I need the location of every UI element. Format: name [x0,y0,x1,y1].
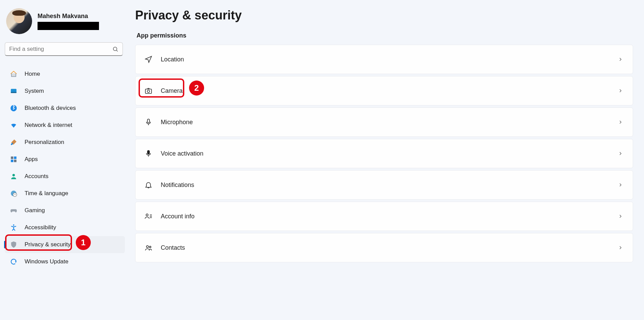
camera-icon [144,87,153,95]
sidebar-item-time-language[interactable]: Time & language [5,185,125,202]
svg-point-12 [13,224,14,226]
svg-point-22 [149,246,151,248]
chevron-right-icon [618,245,623,250]
sidebar-item-label: Windows Update [25,258,69,265]
sidebar-item-gaming[interactable]: Gaming [5,202,125,219]
avatar [6,8,32,34]
account-info-icon [144,212,153,220]
card-label: Account info [161,213,195,220]
search-input[interactable] [9,46,112,53]
apps-icon [10,155,18,163]
sidebar-item-label: Home [25,71,40,77]
svg-rect-13 [145,89,152,93]
card-label: Camera [161,87,183,94]
sidebar-item-label: Gaming [25,207,45,214]
card-camera[interactable]: Camera [135,76,633,105]
svg-line-1 [116,50,117,51]
location-icon [144,55,153,63]
sidebar-item-label: Bluetooth & devices [25,105,76,112]
svg-point-21 [146,246,148,248]
card-voice-activation[interactable]: Voice activation [135,139,633,168]
card-account-info[interactable]: Account info [135,202,633,231]
user-name: Mahesh Makvana [38,13,99,20]
card-location[interactable]: Location [135,45,633,74]
microphone-icon [144,118,153,126]
card-microphone[interactable]: Microphone [135,107,633,137]
svg-rect-7 [11,160,13,162]
svg-rect-15 [147,119,149,123]
search-input-wrap[interactable] [5,42,123,56]
card-label: Voice activation [161,150,203,157]
sidebar-item-personalization[interactable]: Personalization [5,134,125,151]
section-label: App permissions [137,32,633,39]
sidebar-item-label: Privacy & security [25,241,71,248]
card-contacts[interactable]: Contacts [135,233,633,262]
sidebar-item-bluetooth[interactable]: Bluetooth & devices [5,100,125,117]
svg-rect-8 [14,160,16,162]
wifi-icon [10,121,18,129]
sidebar-nav: Home System Bluetooth & devices Network … [4,66,126,270]
clock-globe-icon [10,189,18,198]
sidebar-item-label: Apps [25,156,38,163]
sidebar-item-privacy-security[interactable]: Privacy & security [5,236,125,253]
sidebar-item-label: Network & internet [25,122,72,129]
home-icon [10,70,18,78]
sidebar-item-system[interactable]: System [5,83,125,100]
svg-point-17 [146,214,148,216]
sidebar-item-label: System [25,88,44,94]
chevron-right-icon [618,57,623,62]
chevron-right-icon [618,214,623,219]
card-label: Contacts [161,244,185,251]
sidebar-item-label: Personalization [25,139,64,146]
svg-point-0 [113,47,117,51]
accessibility-icon [10,223,18,232]
sidebar-item-apps[interactable]: Apps [5,151,125,168]
search-icon [112,46,118,52]
svg-rect-3 [11,92,17,93]
svg-rect-6 [14,157,16,159]
chevron-right-icon [618,88,623,93]
paintbrush-icon [10,138,18,146]
person-icon [10,172,18,180]
svg-rect-5 [11,157,13,159]
permission-list: Location Camera Microphone [135,45,633,262]
sidebar-item-label: Accounts [25,173,48,180]
card-label: Location [161,56,184,63]
contacts-icon [144,244,153,252]
card-label: Microphone [161,119,193,126]
sidebar-item-network[interactable]: Network & internet [5,117,125,134]
sidebar-item-accounts[interactable]: Accounts [5,168,125,185]
chevron-right-icon [618,151,623,156]
svg-point-9 [12,174,15,176]
sidebar-item-label: Time & language [25,190,68,197]
svg-rect-16 [147,150,149,154]
svg-point-14 [147,90,150,92]
bell-icon [144,181,153,189]
chevron-right-icon [618,182,623,188]
page-title: Privacy & security [135,8,633,23]
sidebar-item-windows-update[interactable]: Windows Update [5,253,125,270]
sidebar-item-label: Accessibility [25,224,56,231]
voice-activation-icon [144,149,153,158]
card-label: Notifications [161,181,194,189]
main-content: Privacy & security App permissions Locat… [130,0,644,320]
sidebar: Mahesh Makvana Home [0,0,130,320]
user-email-redacted [38,22,99,30]
sidebar-item-home[interactable]: Home [5,66,125,83]
chevron-right-icon [618,119,623,125]
svg-point-4 [11,105,17,111]
bluetooth-icon [10,104,18,112]
shield-icon [10,241,18,249]
user-account-block[interactable]: Mahesh Makvana [4,7,126,42]
system-icon [10,87,18,95]
sidebar-item-accessibility[interactable]: Accessibility [5,219,125,236]
update-icon [10,258,18,266]
card-notifications[interactable]: Notifications [135,170,633,200]
gamepad-icon [10,206,18,215]
